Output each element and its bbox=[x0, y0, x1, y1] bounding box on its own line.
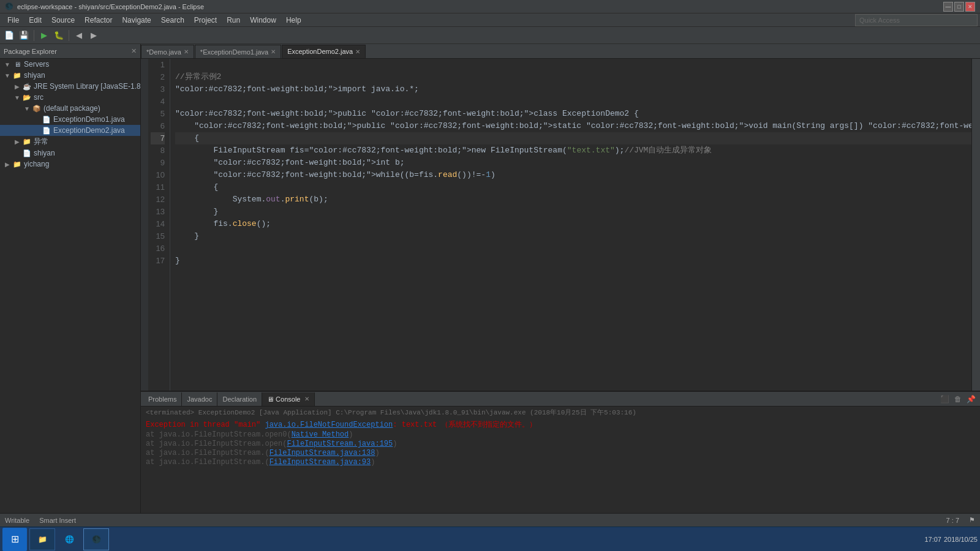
code-editor[interactable]: //异常示例2"color:#cc7832;font-weight:bold;"… bbox=[170, 59, 971, 391]
quick-access-label: Quick Access bbox=[859, 17, 900, 24]
tree-item[interactable]: ▼📦(default package) bbox=[0, 103, 140, 114]
bottom-panel: ProblemsJavadocDeclaration🖥Console✕ ⬛ 🗑 … bbox=[141, 391, 980, 513]
bottom-tab-close-icon[interactable]: ✕ bbox=[304, 395, 309, 402]
code-line: } bbox=[175, 206, 971, 218]
close-button[interactable]: ✕ bbox=[965, 2, 975, 12]
code-line bbox=[175, 96, 971, 108]
console-icon: 🖥 bbox=[267, 395, 274, 403]
console-terminate-icon[interactable]: ⬛ bbox=[938, 395, 951, 403]
exception-link[interactable]: java.io.FileNotFoundException bbox=[265, 421, 393, 429]
minimize-button[interactable]: — bbox=[943, 2, 953, 12]
console-terminated-line: <terminated> ExceptionDemo2 [Java Applic… bbox=[146, 408, 975, 417]
console-clear-icon[interactable]: 🗑 bbox=[952, 395, 963, 403]
code-line: "color:#cc7832;font-weight:bold;">while(… bbox=[175, 169, 971, 181]
toolbar-back[interactable]: ◀ bbox=[72, 29, 86, 42]
menu-item-project[interactable]: Project bbox=[189, 15, 222, 26]
console-line: at java.io.FileInputStream.(FileInputStr… bbox=[146, 449, 975, 457]
sidebar-close-icon[interactable]: ✕ bbox=[131, 47, 137, 55]
tree-node-label: 异常 bbox=[34, 137, 48, 147]
editor-tab[interactable]: ExceptionDemo2.java✕ bbox=[282, 45, 366, 58]
editor-scrollbar[interactable] bbox=[971, 59, 980, 391]
taskbar-date: 2018/10/25 bbox=[944, 536, 978, 543]
bottom-tab-console[interactable]: 🖥Console✕ bbox=[262, 392, 315, 406]
tree-item[interactable]: ▶☕JRE System Library [JavaSE-1.8] bbox=[0, 81, 140, 92]
stack-indent: at java.io.FileInputStream.open0( bbox=[146, 430, 292, 439]
menu-item-edit[interactable]: Edit bbox=[24, 15, 47, 26]
menu-item-navigate[interactable]: Navigate bbox=[117, 15, 156, 26]
quick-access-input[interactable]: Quick Access bbox=[855, 14, 978, 26]
bottom-tab-problems[interactable]: Problems bbox=[143, 392, 182, 406]
tree-node-label: ExceptionDemo1.java bbox=[53, 115, 125, 124]
status-bar: Writable Smart Insert 7 : 7 ⚑ bbox=[0, 513, 980, 527]
taskbar-app-explorer[interactable]: 📁 bbox=[29, 528, 55, 550]
editor-tab[interactable]: *ExceptionDemo1.java✕ bbox=[195, 45, 281, 58]
maximize-button[interactable]: □ bbox=[954, 2, 964, 12]
line-number: 16 bbox=[151, 242, 165, 255]
menu-item-source[interactable]: Source bbox=[47, 15, 80, 26]
toolbar-new[interactable]: 📄 bbox=[2, 29, 16, 42]
tree-item[interactable]: 📄ExceptionDemo1.java bbox=[0, 114, 140, 125]
gutter-mark bbox=[141, 230, 148, 242]
line-number: 2 bbox=[151, 71, 165, 83]
tree-arrow-icon: ▶ bbox=[12, 83, 22, 90]
tree-node-label: Servers bbox=[24, 60, 49, 69]
toolbar-forward[interactable]: ▶ bbox=[87, 29, 100, 42]
menu-item-refactor[interactable]: Refactor bbox=[80, 15, 117, 26]
line-number: 5 bbox=[151, 108, 165, 120]
line-number: 12 bbox=[151, 193, 165, 206]
toolbar-debug[interactable]: 🐛 bbox=[52, 29, 66, 42]
menu-item-file[interactable]: File bbox=[2, 15, 24, 26]
tree-node-icon: 🖥 bbox=[12, 59, 22, 69]
console-pin-icon[interactable]: 📌 bbox=[965, 395, 978, 403]
code-line: //异常示例2 bbox=[175, 71, 971, 83]
tree-item[interactable]: ▼📂src bbox=[0, 92, 140, 103]
code-line bbox=[175, 242, 971, 255]
menu-item-help[interactable]: Help bbox=[281, 15, 306, 26]
toolbar-save[interactable]: 💾 bbox=[17, 29, 31, 42]
stack-indent: at java.io.FileInputStream.( bbox=[146, 449, 270, 457]
tree-item[interactable]: 📄ExceptionDemo2.java bbox=[0, 125, 140, 136]
stack-link[interactable]: FileInputStream.java:138 bbox=[270, 449, 375, 457]
tab-close-icon[interactable]: ✕ bbox=[271, 48, 276, 55]
title-bar: 🌑 eclipse-workspace - shiyan/src/Excepti… bbox=[0, 0, 980, 13]
tree-item[interactable]: ▼🖥Servers bbox=[0, 59, 140, 70]
menu-item-run[interactable]: Run bbox=[222, 15, 245, 26]
stack-link[interactable]: FileInputStream.java:195 bbox=[287, 440, 393, 448]
sidebar-tree[interactable]: ▼🖥Servers▼📁shiyan▶☕JRE System Library [J… bbox=[0, 59, 140, 513]
tree-node-icon: 📁 bbox=[12, 159, 22, 169]
code-line: } bbox=[175, 255, 971, 267]
bottom-tab-label: Console bbox=[276, 395, 300, 403]
tab-close-icon[interactable]: ✕ bbox=[184, 48, 189, 55]
line-number: 7 bbox=[151, 132, 165, 144]
console-content[interactable]: <terminated> ExceptionDemo2 [Java Applic… bbox=[141, 407, 980, 513]
tree-node-label: shiyan bbox=[24, 71, 45, 80]
stack-link[interactable]: FileInputStream.java:93 bbox=[270, 458, 371, 467]
tree-item[interactable]: ▼📁shiyan bbox=[0, 70, 140, 81]
toolbar-run[interactable]: ▶ bbox=[37, 29, 51, 42]
stack-link[interactable]: Native Method bbox=[292, 430, 349, 439]
taskbar-app-eclipse[interactable]: 🌑 bbox=[83, 528, 109, 550]
bottom-tab-label: Declaration bbox=[222, 395, 257, 403]
menu-item-search[interactable]: Search bbox=[156, 15, 189, 26]
editor-tab[interactable]: *Demo.java✕ bbox=[141, 45, 194, 58]
taskbar: ⊞ 📁 🌐 🌑 17:07 2018/10/25 bbox=[0, 527, 980, 551]
line-number: 14 bbox=[151, 218, 165, 230]
stack-indent: at java.io.FileInputStream.( bbox=[146, 458, 270, 467]
gutter-mark bbox=[141, 144, 148, 157]
taskbar-app-chrome[interactable]: 🌐 bbox=[56, 528, 82, 550]
bottom-tab-declaration[interactable]: Declaration bbox=[217, 392, 262, 406]
gutter-mark bbox=[141, 242, 148, 255]
tree-item[interactable]: ▶📁异常 bbox=[0, 136, 140, 148]
start-button[interactable]: ⊞ bbox=[2, 528, 27, 551]
line-number: 15 bbox=[151, 230, 165, 242]
tree-node-label: ExceptionDemo2.java bbox=[53, 126, 125, 135]
insert-mode-status: Smart Insert bbox=[39, 517, 76, 524]
exception-detail: : text.txt （系统找不到指定的文件。） bbox=[393, 421, 537, 429]
tree-item-yichang[interactable]: ▶📁yichang bbox=[0, 159, 140, 170]
tab-close-icon[interactable]: ✕ bbox=[355, 48, 360, 55]
bottom-tab-javadoc[interactable]: Javadoc bbox=[182, 392, 217, 406]
tree-item[interactable]: 📄shiyan bbox=[0, 148, 140, 159]
code-line: FileInputStream fis="color:#cc7832;font-… bbox=[175, 144, 971, 157]
tree-node-label: shiyan bbox=[34, 149, 55, 157]
menu-item-window[interactable]: Window bbox=[245, 15, 281, 26]
